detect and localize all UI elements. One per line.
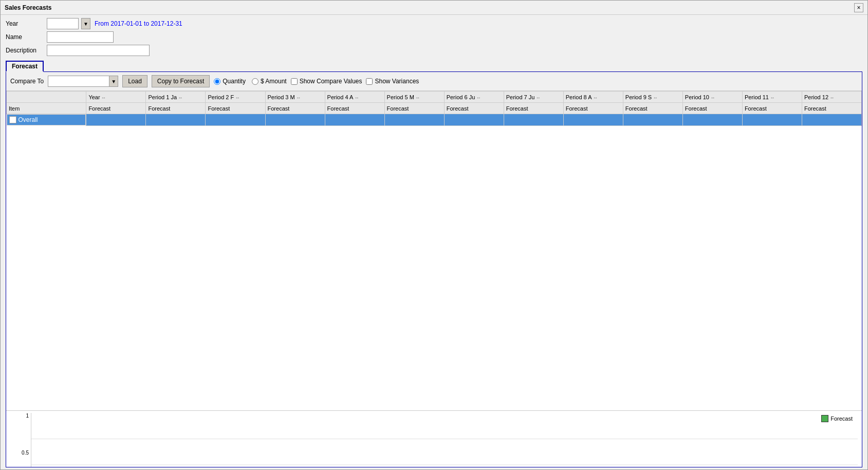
chart-legend: Forecast (821, 415, 853, 422)
col-resize-p12[interactable]: ↔ (828, 95, 835, 100)
chart-inner: 10.50 Forecast (10, 413, 858, 467)
description-row: Description (6, 45, 862, 56)
cell-p7[interactable] (504, 114, 563, 126)
col-header2-p2: Forecast (206, 103, 265, 114)
show-variances-text: Show Variances (375, 78, 419, 85)
cell-p6[interactable] (444, 114, 504, 126)
form-area: Year 2017 ▼ From 2017-01-01 to 2017-12-3… (1, 15, 867, 60)
col-header2-p5: Forecast (384, 103, 444, 114)
col-resize-p9[interactable]: ↔ (652, 95, 658, 100)
col-resize-p6[interactable]: ↔ (475, 95, 481, 100)
controls-row-1: Compare To ▼ Load Copy to Forecast Quant… (6, 72, 862, 91)
col-header1-p4: Period 4 A (327, 94, 354, 100)
year-input[interactable]: 2017 (47, 18, 79, 29)
forecast-tab[interactable]: Forecast (6, 61, 44, 72)
col-header1-p10: Period 10 (685, 94, 709, 100)
cell-p11[interactable] (742, 114, 802, 126)
compare-dropdown-arrow[interactable]: ▼ (109, 76, 118, 87)
cell-p4[interactable] (325, 114, 384, 126)
description-input[interactable] (47, 45, 150, 56)
chart-content (31, 413, 858, 467)
col-resize-year[interactable]: ↔ (100, 95, 106, 100)
col-header1-p3: Period 3 M (268, 94, 295, 100)
col-header1-p6: Period 6 Ju (447, 94, 475, 100)
compare-select-wrapper: ▼ (48, 76, 118, 87)
copy-to-forecast-button[interactable]: Copy to Forecast (152, 75, 210, 87)
quantity-radio-text: Quantity (223, 78, 246, 85)
show-compare-checkbox[interactable] (291, 78, 298, 85)
col-header1-p9: Period 9 S (625, 94, 652, 100)
col-resize-p11[interactable]: ↔ (769, 95, 775, 100)
col-header1-p5: Period 5 M (387, 94, 414, 100)
col-header1-year: Year (88, 94, 100, 100)
name-input[interactable] (47, 31, 114, 43)
col-header2-p10: Forecast (682, 103, 742, 114)
compare-to-label: Compare To (10, 78, 44, 85)
main-window: Sales Forecasts × Year 2017 ▼ From 2017-… (0, 0, 868, 470)
cell-p8[interactable] (563, 114, 623, 126)
cell-p1[interactable] (146, 114, 206, 126)
col-resize-p3[interactable]: ↔ (295, 95, 301, 100)
show-variances-label[interactable]: Show Variances (366, 78, 419, 85)
y-axis-label: 0.5 (22, 450, 29, 456)
amount-radio-text: $ Amount (261, 78, 287, 85)
col-resize-p4[interactable]: ↔ (353, 95, 359, 100)
y-axis-label: 1 (26, 413, 29, 419)
name-row: Name (6, 31, 862, 43)
cell-p12[interactable] (802, 114, 861, 126)
compare-select[interactable] (48, 76, 109, 87)
col-header2-p1: Forecast (146, 103, 206, 114)
year-select-wrapper: 2017 ▼ (47, 18, 90, 29)
col-resize-p8[interactable]: ↔ (592, 95, 598, 100)
col-header2-p9: Forecast (623, 103, 682, 114)
cell-p10[interactable] (682, 114, 742, 126)
col-header2-p11: Forecast (742, 103, 802, 114)
load-button[interactable]: Load (122, 75, 147, 87)
show-variances-checkbox[interactable] (366, 78, 373, 85)
table-row[interactable]: +Overall (7, 114, 862, 126)
col-header1-p1: Period 1 Ja (148, 94, 177, 100)
col-header2-year: Forecast (86, 103, 146, 114)
col-header1-p7: Period 7 Ju (506, 94, 535, 100)
date-range-link[interactable]: From 2017-01-01 to 2017-12-31 (95, 20, 182, 27)
tab-area: Forecast (1, 60, 867, 71)
year-row: Year 2017 ▼ From 2017-01-01 to 2017-12-3… (6, 18, 862, 29)
amount-radio-label[interactable]: $ Amount (252, 78, 287, 85)
forecast-table: Year ↔Period 1 Ja ↔Period 2 F ↔Period 3 … (6, 91, 862, 126)
cell-p9[interactable] (623, 114, 682, 126)
cell-p2[interactable] (206, 114, 265, 126)
view-mode-group: Quantity $ Amount (214, 78, 286, 85)
col-header2-p7: Forecast (504, 103, 563, 114)
col-resize-p10[interactable]: ↔ (709, 95, 715, 100)
col-resize-p1[interactable]: ↔ (177, 95, 183, 100)
amount-radio[interactable] (252, 78, 258, 85)
col-resize-p2[interactable]: ↔ (234, 95, 240, 100)
col-header1-p8: Period 8 A (566, 94, 592, 100)
col-header2-p8: Forecast (563, 103, 623, 114)
cell-p3[interactable] (265, 114, 325, 126)
legend-box (821, 415, 828, 422)
year-label: Year (6, 20, 47, 27)
close-button[interactable]: × (854, 3, 863, 12)
col-header1-p2: Period 2 F (208, 94, 234, 100)
show-compare-text: Show Compare Values (300, 78, 362, 85)
col-header1-p11: Period 11 (745, 94, 769, 100)
name-label: Name (6, 33, 47, 41)
panel: Compare To ▼ Load Copy to Forecast Quant… (6, 71, 862, 467)
quantity-radio-label[interactable]: Quantity (214, 78, 246, 85)
col-header1-p12: Period 12 (804, 94, 828, 100)
table-container[interactable]: Year ↔Period 1 Ja ↔Period 2 F ↔Period 3 … (6, 91, 862, 410)
quantity-radio[interactable] (214, 78, 220, 85)
col-resize-p7[interactable]: ↔ (534, 95, 541, 100)
cell-p5[interactable] (384, 114, 444, 126)
show-compare-label[interactable]: Show Compare Values (291, 78, 362, 85)
col-header2-p3: Forecast (265, 103, 325, 114)
year-dropdown-arrow[interactable]: ▼ (81, 18, 90, 29)
col-resize-p5[interactable]: ↔ (414, 95, 420, 100)
col-header2-p6: Forecast (444, 103, 504, 114)
y-axis: 10.50 (10, 413, 31, 467)
cell-year[interactable] (86, 114, 146, 126)
legend-label: Forecast (830, 415, 853, 422)
expand-icon[interactable]: + (9, 116, 16, 123)
description-label: Description (6, 47, 47, 54)
